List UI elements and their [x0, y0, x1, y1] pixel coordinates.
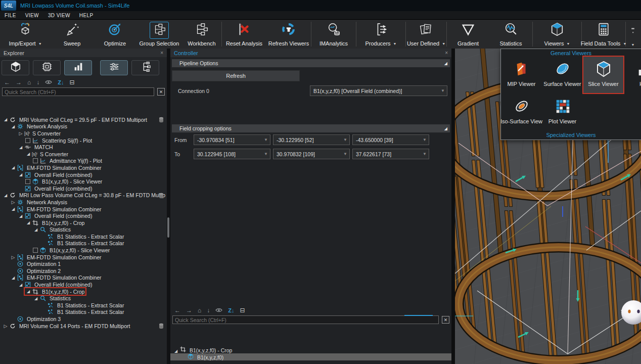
toolbar-workbench-button[interactable]: Workbench [182, 20, 221, 49]
tree-checkbox[interactable] [25, 179, 30, 184]
explorer-tab-controller-sliders[interactable] [100, 60, 128, 75]
toolbar-refresh-viewers-button[interactable]: Refresh Viewers [266, 20, 311, 49]
crop-to-select-1[interactable]: 30.970832 [109]▼ [273, 149, 350, 159]
tree-expander-icon[interactable] [17, 172, 24, 177]
tree-expander-icon[interactable] [10, 200, 17, 205]
tree-expander-icon[interactable] [172, 349, 179, 353]
tree-row[interactable]: Scattering Sij(f) - Plot [0, 137, 167, 144]
tree-row[interactable]: [s]ᶠS Converter [0, 151, 167, 158]
explorer-tab-scripter-tree[interactable] [131, 60, 159, 75]
menu-3d-view[interactable]: 3D VIEW [43, 13, 75, 18]
tree-expander-icon[interactable] [25, 220, 32, 225]
tree-row[interactable]: B1(x,y,z,f0) - Crop [170, 346, 451, 353]
explorer-sort-z-icon[interactable]: Z↓ [58, 79, 64, 85]
toolbar-statistics-button[interactable]: Statistics [489, 20, 532, 49]
tree-row[interactable]: EM-FDTD Simulation Combiner [0, 164, 167, 171]
tree-expander-icon[interactable] [17, 145, 24, 150]
tree-row[interactable]: Statistics [0, 226, 167, 234]
tree-row[interactable]: Network Analysis [0, 123, 167, 130]
tree-expander-icon[interactable] [17, 131, 24, 136]
tree-row[interactable]: Optimization 1 [0, 260, 167, 267]
tree-expander-icon[interactable] [2, 193, 9, 198]
tree-expander-icon[interactable] [25, 152, 32, 156]
tree-expander-icon[interactable] [10, 276, 17, 280]
tree-expander-icon[interactable] [10, 124, 17, 129]
tree-expander-icon[interactable] [10, 165, 17, 170]
tree-expander-icon[interactable] [25, 289, 32, 294]
toolbar-user-defined-button[interactable]: User Defined▼ [406, 20, 446, 49]
tree-row[interactable]: EM-FDTD Simulation Combiner [0, 206, 167, 213]
viewers-menu-item-surface-viewer[interactable]: Surface Viewer [542, 56, 583, 94]
tree-row[interactable]: EM-FDTD Simulation Combiner [0, 275, 167, 282]
field-cropping-bar[interactable]: Field cropping options ◢ [172, 124, 450, 132]
tree-expander-icon[interactable] [10, 207, 17, 211]
tree-row[interactable]: B1 Statistics - Extract Scalar [0, 309, 167, 316]
explorer-scrollbar[interactable] [167, 217, 169, 238]
controller-down-icon[interactable]: ↓ [207, 307, 210, 313]
assistant-avatar[interactable] [621, 300, 641, 325]
tree-row[interactable]: Overall Field (combined) [0, 171, 167, 178]
controller-visibility-icon[interactable] [215, 308, 222, 312]
controller-sort-z-icon[interactable]: Z↓ [228, 307, 234, 313]
toolbar-producers-button[interactable]: Producers▼ [356, 20, 405, 49]
tree-row[interactable]: B1 Statistics - Extract Scalar [0, 233, 167, 240]
explorer-tab-model-cube[interactable] [2, 60, 29, 75]
tree-row[interactable]: MATCH [0, 144, 167, 151]
tree-row[interactable]: Statistics [0, 295, 167, 302]
tree-expander-icon[interactable] [17, 283, 24, 287]
crop-from-select-1[interactable]: -30.122950 [52]▼ [273, 134, 350, 145]
controller-home-icon[interactable]: ⌂ [198, 307, 201, 313]
tree-row[interactable]: MRI Volume Coil 14 Ports - EM FDTD Multi… [0, 323, 167, 330]
tree-row[interactable]: Optimization 3 [0, 315, 167, 323]
controller-collapse-icon[interactable]: ⊟ [240, 307, 245, 313]
tree-expander-icon[interactable] [2, 117, 9, 122]
toolbar-reset-analysis-button[interactable]: Reset Analysis [222, 20, 266, 49]
toolbar-field-data-tools-button[interactable]: Field Data Tools▼ [582, 20, 625, 49]
viewers-menu-item-dasy-viewer[interactable]: DASY Viewer [501, 138, 542, 140]
toolbar-sweep-button[interactable]: Sweep [51, 20, 94, 49]
explorer-close-icon[interactable]: × [160, 50, 163, 56]
tree-row[interactable]: B1(x,y,z,f0) - Slice Viewer [0, 178, 167, 185]
explorer-home-icon[interactable]: ⌂ [27, 79, 31, 85]
controller-search-clear-icon[interactable]: ✕ [442, 316, 449, 324]
tree-row[interactable]: B1(x,y,z,f0) [170, 353, 451, 360]
connection-select[interactable]: B1(x,y,z,f0) [Overall Field (combined)] … [310, 85, 447, 96]
tree-row[interactable]: Overall Field (combined) [0, 185, 167, 192]
tree-checkbox[interactable] [33, 158, 38, 163]
tree-row[interactable]: B1 Statistics - Extract Scalar [0, 302, 167, 309]
tree-row[interactable]: [s]ᶠS Converter [0, 130, 167, 137]
tree-expander-icon[interactable] [17, 214, 24, 218]
viewers-menu-item-slice-viewer[interactable]: Slice Viewer [583, 56, 624, 94]
explorer-tab-analysis-bars[interactable] [64, 60, 92, 75]
tree-checkbox[interactable] [33, 248, 38, 253]
menu-help[interactable]: HELP [75, 13, 98, 18]
crop-from-select-2[interactable]: -43.650000 [39]▼ [352, 134, 429, 145]
explorer-collapse-icon[interactable]: ⊟ [69, 79, 74, 85]
explorer-back-icon[interactable]: ← [4, 79, 10, 85]
explorer-search-input[interactable] [2, 87, 154, 96]
crop-from-select-0[interactable]: -30.970834 [51]▼ [194, 134, 270, 145]
viewers-menu-item-plot-viewer[interactable]: Plot Viewer [542, 94, 583, 131]
explorer-search-clear-icon[interactable]: ✕ [157, 88, 165, 96]
crop-to-select-0[interactable]: 30.122945 [108]▼ [194, 149, 270, 159]
tree-row[interactable]: EM-FDTD Simulation Combiner [0, 254, 167, 261]
viewers-menu-item-mip-viewer[interactable]: MIP Viewer [501, 56, 542, 94]
tree-expander-icon[interactable] [2, 324, 9, 329]
explorer-visibility-icon[interactable] [45, 80, 52, 84]
toolbar-gradient-button[interactable]: Gradient [447, 20, 489, 49]
toolbar-viewers-button[interactable]: Viewers▼ [533, 20, 581, 49]
menu-file[interactable]: FILE [0, 13, 21, 18]
explorer-forward-icon[interactable]: → [16, 79, 22, 85]
viewers-menu-item-iso-surface-view[interactable]: Iso-Surface View [501, 94, 542, 131]
tree-row[interactable]: Overall Field (combined) [0, 212, 167, 219]
controller-search-input[interactable] [172, 315, 439, 324]
tree-row[interactable]: Overall Field (combined) [0, 281, 167, 288]
tree-row[interactable]: MRI Volume Coil CLeg = 29.5 pF - EM FDTD… [0, 116, 167, 123]
viewers-menu-item-histogram[interactable]: Hist [624, 56, 641, 94]
pipeline-options-bar[interactable]: Pipeline Options ◢ [172, 59, 450, 67]
explorer-tab-simulation-chip[interactable] [33, 60, 61, 75]
tree-expander-icon[interactable] [32, 228, 39, 232]
tree-row[interactable]: B1(x,y,z,f0) - Crop [0, 288, 167, 295]
tree-row[interactable]: B1(x,y,z,f0) - Crop [0, 219, 167, 226]
toolbar-imp-export-button[interactable]: Imp/Export▼ [0, 20, 51, 49]
